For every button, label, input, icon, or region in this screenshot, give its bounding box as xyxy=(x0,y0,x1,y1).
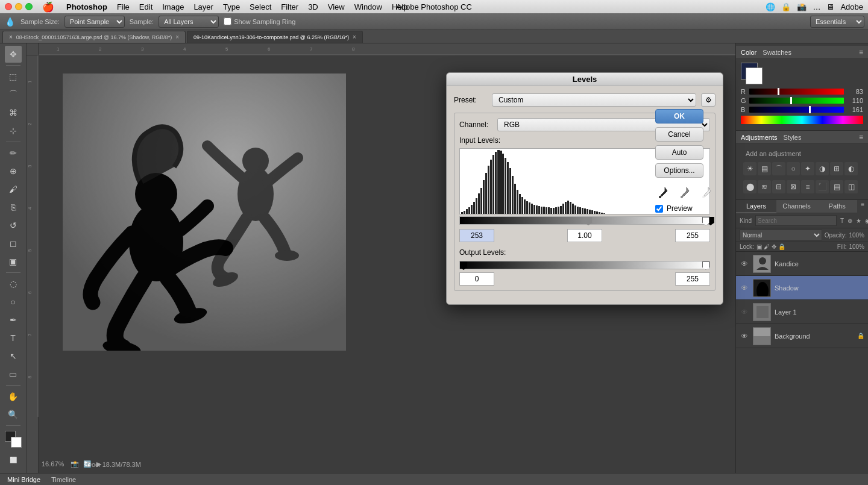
input-black-field[interactable] xyxy=(459,229,494,242)
lock-all-icon[interactable]: 🔒 xyxy=(778,243,785,250)
background-swatch[interactable] xyxy=(746,67,763,84)
ok-button[interactable]: OK xyxy=(655,109,703,124)
dodge-tool[interactable]: ○ xyxy=(5,293,22,310)
channel-mixer-icon[interactable]: ≋ xyxy=(758,180,771,193)
tab-adjustments[interactable]: Adjustments xyxy=(741,134,778,141)
tab-layers[interactable]: Layers xyxy=(736,200,776,213)
document-tab-2[interactable]: 09-10KandiceLynn19-306-to-composite.psd … xyxy=(187,31,363,43)
tab2-close[interactable]: × xyxy=(353,34,356,40)
layer-item-shadow[interactable]: 👁 Shadow xyxy=(736,276,868,300)
menu-file[interactable]: File xyxy=(117,2,130,11)
options-button[interactable]: Options... xyxy=(655,163,703,178)
output-white-handle[interactable] xyxy=(702,261,709,270)
midtone-handle[interactable] xyxy=(585,217,592,225)
path-select-tool[interactable]: ↖ xyxy=(5,348,22,365)
preset-gear-button[interactable]: ⚙ xyxy=(701,93,715,107)
healing-tool[interactable]: ⊕ xyxy=(5,163,22,180)
blur-tool[interactable]: ◌ xyxy=(5,275,22,292)
tab-swatches[interactable]: Swatches xyxy=(763,49,791,56)
marquee-tool[interactable]: ⬚ xyxy=(5,68,22,85)
quick-select-tool[interactable]: ⌘ xyxy=(5,104,22,121)
mini-bridge-tab[interactable]: Mini Bridge xyxy=(5,476,43,483)
apple-menu[interactable]: 🍎 xyxy=(42,1,54,13)
output-black-field[interactable] xyxy=(459,272,494,286)
white-point-handle[interactable] xyxy=(702,217,709,225)
pen-tool[interactable]: ✒ xyxy=(5,311,22,328)
black-white-icon[interactable]: ◐ xyxy=(844,162,858,175)
lock-position-icon[interactable]: ✥ xyxy=(772,243,776,250)
all-layers-dropdown[interactable]: All Layers xyxy=(159,16,219,28)
eyedropper-tool-icon[interactable]: 💧 xyxy=(4,16,16,28)
move-tool[interactable]: ✥ xyxy=(5,46,22,63)
layer-item-kandice[interactable]: 👁 Kandice xyxy=(736,252,868,276)
filter-type-icon[interactable]: T xyxy=(840,217,844,224)
menu-select[interactable]: Select xyxy=(250,2,271,11)
levels-title-bar[interactable]: Levels xyxy=(447,73,723,86)
layers-panel-menu[interactable]: ≡ xyxy=(857,200,868,213)
invert-icon[interactable]: ⊠ xyxy=(787,180,800,193)
blend-mode-dropdown[interactable]: Normal xyxy=(740,230,822,240)
filter-selected-icon[interactable]: ◉ xyxy=(865,217,868,224)
tab-channels[interactable]: Channels xyxy=(776,200,817,213)
output-white-field[interactable] xyxy=(675,272,710,286)
menu-window[interactable]: Window xyxy=(354,2,382,11)
input-levels-slider[interactable] xyxy=(459,216,710,225)
input-midtones-field[interactable] xyxy=(567,229,602,242)
sample-size-dropdown[interactable]: Point Sample xyxy=(64,16,125,28)
menu-3d[interactable]: 3D xyxy=(308,2,318,11)
close-button[interactable] xyxy=(5,3,12,10)
hand-tool[interactable]: ✋ xyxy=(5,388,22,405)
tab-styles[interactable]: Styles xyxy=(784,134,802,141)
zoom-tool[interactable]: 🔍 xyxy=(5,406,22,423)
shape-tool[interactable]: ▭ xyxy=(5,366,22,383)
tab-paths[interactable]: Paths xyxy=(817,200,857,213)
threshold-icon[interactable]: ⬛ xyxy=(816,180,829,193)
crop-tool[interactable]: ⊹ xyxy=(5,122,22,139)
layer-visibility-shadow[interactable]: 👁 xyxy=(740,284,749,292)
tab-color[interactable]: Color xyxy=(741,49,756,56)
quick-mask-btn[interactable]: ⬜ xyxy=(5,451,22,468)
lock-image-icon[interactable]: 🖌 xyxy=(764,243,770,250)
menu-view[interactable]: View xyxy=(328,2,345,11)
layer-visibility-background[interactable]: 👁 xyxy=(740,332,749,340)
type-tool[interactable]: T xyxy=(5,330,22,346)
hue-saturation-icon[interactable]: ◑ xyxy=(816,162,829,175)
clone-tool[interactable]: ⎘ xyxy=(5,199,22,216)
history-brush-tool[interactable]: ↺ xyxy=(5,217,22,234)
color-panel-header[interactable]: Color Swatches ≡ xyxy=(736,46,868,59)
brush-tool[interactable]: 🖌 xyxy=(5,181,22,198)
tab1-close[interactable]: × xyxy=(175,34,179,40)
layer-item-background[interactable]: 👁 Background 🔒 xyxy=(736,324,868,348)
levels-adj-icon[interactable]: ▤ xyxy=(758,162,771,175)
midtone-eyedropper[interactable] xyxy=(677,184,694,201)
filter-adj-icon[interactable]: ⊕ xyxy=(848,217,852,224)
adjustments-panel-header[interactable]: Adjustments Styles ≡ xyxy=(736,131,868,144)
auto-button[interactable]: Auto xyxy=(655,145,703,160)
color-panel-menu[interactable]: ≡ xyxy=(859,48,863,57)
brightness-contrast-icon[interactable]: ☀ xyxy=(743,162,756,175)
gradient-map-icon[interactable]: ▤ xyxy=(830,180,843,193)
gradient-tool[interactable]: ▣ xyxy=(5,253,22,270)
minimize-button[interactable] xyxy=(15,3,22,10)
menu-filter[interactable]: Filter xyxy=(281,2,298,11)
document-tab-1[interactable]: × 08-iStock_000011057163Large.psd @ 16.7… xyxy=(2,31,186,43)
color-balance-icon[interactable]: ⊞ xyxy=(830,162,843,175)
red-slider[interactable] xyxy=(749,89,844,95)
maximize-button[interactable] xyxy=(25,3,33,10)
essentials-dropdown[interactable]: Essentials xyxy=(810,16,864,28)
menu-photoshop[interactable]: Photoshop xyxy=(66,2,107,11)
photo-filter-icon[interactable]: ⬤ xyxy=(743,180,756,193)
green-slider[interactable] xyxy=(749,98,844,104)
curves-icon[interactable]: ⌒ xyxy=(772,162,785,175)
lock-transparent-icon[interactable]: ▣ xyxy=(756,243,762,250)
output-black-handle[interactable] xyxy=(460,261,467,270)
blue-slider[interactable] xyxy=(749,107,844,113)
color-lookup-icon[interactable]: ⊟ xyxy=(772,180,785,193)
vibrance-icon[interactable]: ✦ xyxy=(801,162,814,175)
menu-layer[interactable]: Layer xyxy=(193,2,213,11)
color-spectrum-bar[interactable] xyxy=(741,116,863,124)
foreground-background-color[interactable] xyxy=(5,431,22,448)
preset-dropdown[interactable]: Custom Default Darker Increase Contrast … xyxy=(492,93,696,107)
eyedropper-tool[interactable]: ✏ xyxy=(5,145,22,161)
input-white-field[interactable] xyxy=(675,229,710,242)
